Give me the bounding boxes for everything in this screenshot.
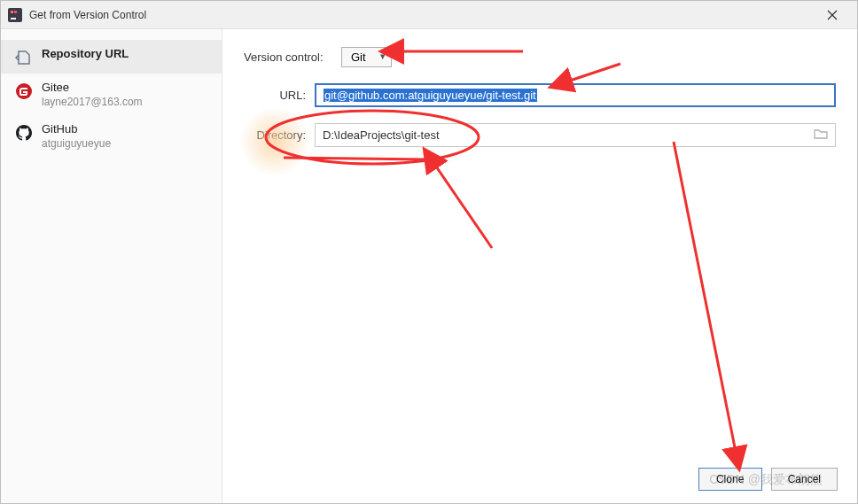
sidebar-item-label: Repository URL bbox=[42, 47, 129, 60]
version-control-value: Git bbox=[351, 50, 366, 64]
github-icon bbox=[15, 124, 33, 142]
highlight-blob bbox=[239, 106, 310, 177]
clone-button[interactable]: Clone bbox=[698, 468, 762, 491]
dialog-window: Get from Version Control Repository URL … bbox=[0, 0, 858, 504]
sidebar-item-label: GitHub bbox=[42, 122, 111, 136]
close-icon bbox=[827, 10, 838, 20]
version-control-row: Version control: Git bbox=[244, 47, 836, 67]
sidebar-item-github[interactable]: GitHub atguiguyueyue bbox=[1, 115, 222, 157]
dialog-footer: Clone Cancel bbox=[698, 468, 838, 491]
version-control-label: Version control: bbox=[244, 50, 341, 64]
url-row: URL: git@github.com:atguiguyueyue/git-te… bbox=[244, 83, 836, 107]
url-input[interactable]: git@github.com:atguiguyueyue/git-test.gi… bbox=[315, 83, 836, 107]
folder-browse-icon[interactable] bbox=[814, 128, 828, 143]
dialog-title: Get from Version Control bbox=[29, 9, 815, 21]
intellij-icon bbox=[8, 8, 22, 22]
sidebar-item-gitee[interactable]: Gitee layne2017@163.com bbox=[1, 74, 222, 115]
svg-rect-3 bbox=[14, 11, 17, 13]
sidebar-item-sublabel: layne2017@163.com bbox=[42, 96, 143, 108]
sidebar-item-repository-url[interactable]: Repository URL bbox=[1, 40, 222, 74]
url-value: git@github.com:atguiguyueyue/git-test.gi… bbox=[324, 89, 537, 102]
svg-rect-1 bbox=[11, 18, 16, 19]
svg-rect-2 bbox=[11, 11, 13, 13]
url-label: URL: bbox=[244, 89, 315, 102]
gitee-icon bbox=[15, 82, 33, 100]
version-control-select[interactable]: Git bbox=[341, 47, 392, 67]
cancel-button[interactable]: Cancel bbox=[771, 468, 838, 491]
sidebar-item-label: Gitee bbox=[42, 81, 143, 94]
titlebar: Get from Version Control bbox=[1, 1, 857, 29]
dialog-body: Repository URL Gitee layne2017@163.com G… bbox=[1, 29, 857, 503]
sidebar-item-sublabel: atguiguyueyue bbox=[42, 137, 111, 150]
directory-input[interactable]: D:\IdeaProjects\git-test bbox=[315, 123, 836, 147]
main-panel: Version control: Git URL: git@github.com… bbox=[222, 29, 857, 503]
svg-rect-0 bbox=[8, 8, 22, 22]
directory-row: Directory: D:\IdeaProjects\git-test bbox=[244, 123, 836, 147]
repository-icon bbox=[15, 49, 33, 66]
close-button[interactable] bbox=[815, 1, 850, 29]
directory-value: D:\IdeaProjects\git-test bbox=[323, 128, 814, 142]
sidebar: Repository URL Gitee layne2017@163.com G… bbox=[1, 29, 222, 503]
